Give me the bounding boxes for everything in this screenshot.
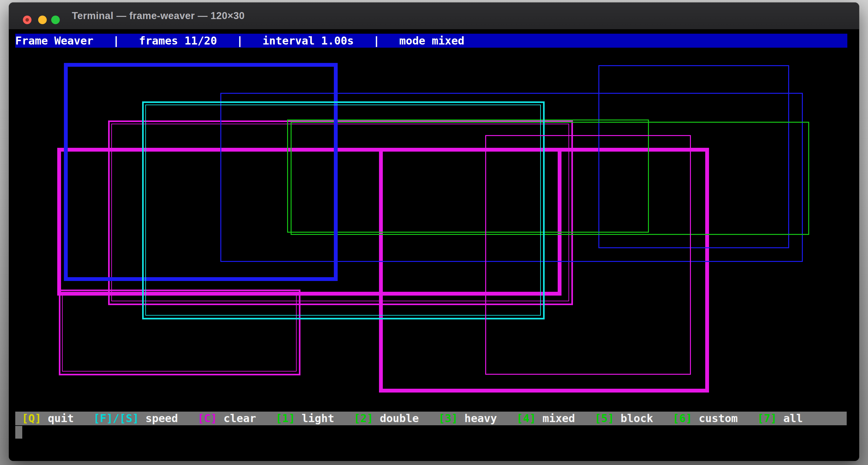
shortcut-key-C: [C] [197,412,217,425]
desktop: { "window": { "title": "Terminal — frame… [0,0,868,465]
minimize-button-icon[interactable] [38,16,47,24]
magenta-light-frame [485,135,691,375]
shortcut-key-4: [4] [516,412,536,425]
shortcut-key-Q: [Q] [22,412,41,425]
terminal-cursor [15,426,22,439]
window-title: Terminal — frame-weaver — 120×30 [72,3,245,29]
frame-canvas [9,30,859,461]
terminal-screen[interactable]: Frame Weaver | frames 11/20 | interval 1… [9,30,859,461]
title-bar[interactable]: Terminal — frame-weaver — 120×30 [9,3,859,30]
shortcut-key-1: [1] [276,412,295,425]
shortcut-key-2: [2] [354,412,373,425]
zoom-button-icon[interactable] [51,16,60,24]
close-button-icon[interactable] [23,16,31,24]
shortcut-label-heavy: heavy [458,412,516,425]
shortcut-label-mixed: mixed [536,412,595,425]
shortcut-key-3: [3] [438,412,458,425]
shortcut-label-custom: custom [692,412,757,425]
cyan-double-frame-inner [145,104,541,316]
shortcut-key-5: [5] [595,412,614,425]
terminal-window: Terminal — frame-weaver — 120×30 Frame W… [9,3,859,461]
keyboard-shortcut-bar: [Q] quit [F]/[S] speed [C] clear [1] lig… [15,412,847,425]
shortcut-key-7: [7] [757,412,777,425]
shortcut-label-clear: clear [217,412,276,425]
shortcut-label-light: light [295,412,353,425]
shortcut-label-block: block [614,412,673,425]
shortcut-label-speed: speed [139,412,197,425]
shortcut-key-6: [6] [673,412,692,425]
shortcut-key-F-S: [F]/[S] [93,412,139,425]
shortcut-label-quit: quit [41,412,93,425]
shortcut-label-all: all [777,412,803,425]
shortcut-label-double: double [373,412,438,425]
